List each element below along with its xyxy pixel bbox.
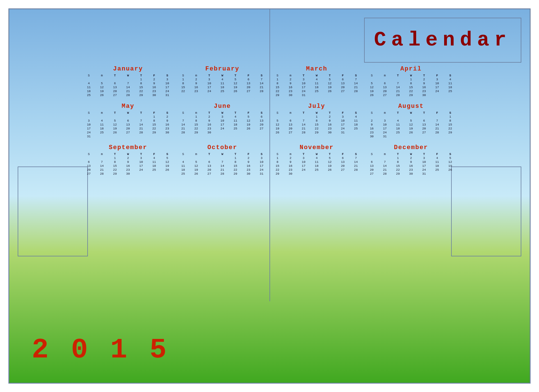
- day-cell: 26: [95, 93, 109, 97]
- day-cell: 24: [161, 89, 174, 93]
- day-cell: 8: [134, 81, 148, 85]
- col-header: F: [336, 152, 350, 156]
- col-header: T: [391, 152, 405, 156]
- table-row: 567891011: [271, 119, 362, 123]
- day-cell: 26: [242, 127, 255, 131]
- day-cell: 30: [148, 93, 161, 97]
- day-cell: 1: [405, 78, 418, 81]
- day-cell: 1: [229, 156, 242, 160]
- day-cell: 29: [134, 93, 148, 97]
- day-cell: 2: [323, 115, 336, 119]
- day-cell: 19: [242, 123, 255, 127]
- calendar-title: Calendar: [374, 29, 511, 52]
- table-row: 25262728293031: [177, 172, 268, 176]
- day-cell: 23: [405, 168, 418, 172]
- day-cell: 27: [284, 131, 297, 135]
- col-header: T: [108, 152, 122, 156]
- col-header: F: [148, 152, 161, 156]
- table-row: 123: [177, 156, 268, 160]
- month-name-october: October: [177, 144, 268, 151]
- day-cell: 21: [216, 168, 229, 172]
- day-cell: 12: [190, 164, 203, 168]
- day-cell: 3: [134, 156, 148, 160]
- day-cell: 12: [95, 85, 109, 89]
- day-cell: 8: [190, 119, 203, 123]
- day-cell: 10: [161, 81, 174, 85]
- day-cell: 14: [95, 164, 109, 168]
- day-cell: 24: [203, 89, 216, 93]
- day-cell: 3: [336, 115, 350, 119]
- day-cell: 7: [391, 81, 405, 85]
- day-cell: 6: [365, 160, 378, 164]
- day-cell: 31: [255, 172, 268, 176]
- table-row: 19202122232425: [271, 127, 362, 131]
- table-row: 15161718192021: [271, 164, 362, 168]
- day-cell: 19: [323, 85, 336, 89]
- month-name-april: April: [365, 65, 457, 72]
- day-cell: [271, 115, 284, 119]
- day-cell: 21: [391, 89, 405, 93]
- day-cell: 14: [378, 164, 392, 168]
- col-header: S: [82, 74, 95, 78]
- day-cell: 12: [323, 81, 336, 85]
- col-header: F: [431, 152, 444, 156]
- day-cell: 2: [190, 78, 203, 81]
- day-cell: 3: [216, 115, 229, 119]
- col-header: S: [271, 111, 284, 115]
- day-cell: [417, 115, 431, 119]
- day-cell: 22: [190, 127, 203, 131]
- day-cell: 28: [255, 89, 268, 93]
- table-row: 13141516171819: [82, 164, 174, 168]
- calendar-grid: JanuarySmTWTFS12345678910111213141516171…: [82, 65, 457, 176]
- table-row: 262728293031: [271, 131, 362, 135]
- col-header: W: [310, 111, 323, 115]
- col-header: m: [190, 111, 203, 115]
- col-header: S: [365, 74, 378, 78]
- day-cell: 5: [444, 156, 457, 160]
- day-cell: 25: [148, 168, 161, 172]
- day-cell: 11: [148, 160, 161, 164]
- day-cell: 2: [242, 156, 255, 160]
- day-cell: 7: [134, 119, 148, 123]
- day-cell: 5: [323, 156, 336, 160]
- month-block-march: MarchSmTWTFS1234567891011121314151617181…: [271, 65, 362, 97]
- day-cell: 10: [336, 119, 350, 123]
- day-cell: 14: [349, 81, 362, 85]
- table-row: 123456: [177, 115, 268, 119]
- col-header: T: [203, 74, 216, 78]
- day-cell: 26: [323, 89, 336, 93]
- col-header: S: [161, 152, 174, 156]
- day-cell: 3: [297, 78, 310, 81]
- day-cell: 24: [297, 168, 310, 172]
- day-cell: [391, 78, 405, 81]
- day-cell: [378, 78, 392, 81]
- table-row: 25262728293031: [82, 93, 174, 97]
- day-cell: 30: [242, 172, 255, 176]
- day-cell: 23: [122, 168, 135, 172]
- day-cell: 29: [108, 172, 122, 176]
- day-cell: 20: [336, 164, 350, 168]
- day-cell: 9: [284, 81, 297, 85]
- day-cell: [95, 115, 109, 119]
- day-cell: 3: [161, 78, 174, 81]
- month-block-august: AugustSmTWTFS123456789101112131415161718…: [365, 103, 457, 138]
- col-header: S: [349, 152, 362, 156]
- day-cell: 8: [148, 119, 161, 123]
- day-cell: 7: [297, 119, 310, 123]
- day-cell: 4: [431, 156, 444, 160]
- day-cell: 4: [391, 119, 405, 123]
- day-cell: 23: [365, 131, 378, 135]
- day-cell: 26: [365, 93, 378, 97]
- day-cell: [431, 172, 444, 176]
- day-cell: 28: [349, 168, 362, 172]
- day-cell: [82, 78, 95, 81]
- day-cell: 1: [310, 115, 323, 119]
- day-cell: 25: [229, 127, 242, 131]
- day-cell: [349, 93, 362, 97]
- cal-table-july: SmTWTFS123456789101112131415161718192021…: [271, 111, 362, 135]
- day-cell: 23: [148, 89, 161, 93]
- col-header: T: [203, 152, 216, 156]
- col-header: W: [216, 152, 229, 156]
- day-cell: [255, 131, 268, 135]
- day-cell: 6: [82, 160, 95, 164]
